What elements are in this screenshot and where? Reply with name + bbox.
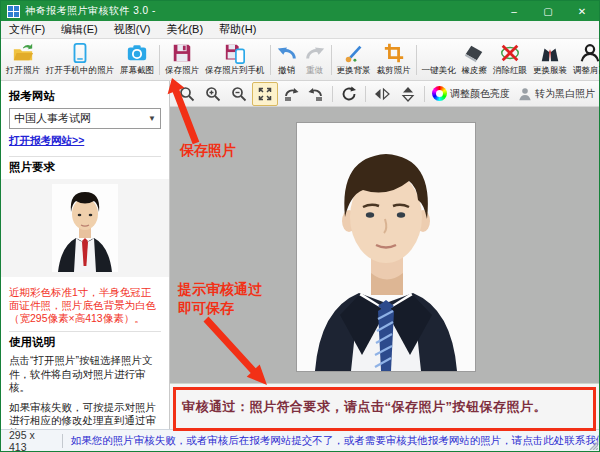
redo-icon (304, 42, 326, 64)
sample-photo-box (1, 179, 169, 277)
review-pass-message: 审核通过：照片符合要求，请点击“保存照片”按钮保存照片。 (170, 398, 547, 416)
to-grayscale-button[interactable]: 转为黑白照片 (514, 83, 599, 105)
shoulder-height-icon (579, 42, 600, 64)
content-area: 报考网站 中国人事考试网 ▼ 打开报考网站>> 照片要求 (1, 81, 599, 429)
save-to-phone-icon (224, 42, 246, 64)
site-section-header: 报考网站 (9, 89, 161, 104)
photo-dimensions: 295 x 413 (1, 429, 62, 452)
save-photo-button[interactable]: 保存照片 (162, 40, 202, 80)
zoom-in-icon (205, 86, 221, 102)
screenshot-icon (126, 42, 148, 64)
photo-canvas[interactable] (170, 107, 599, 383)
shoulder-height-button[interactable]: 调整肩高 (570, 40, 600, 80)
toolbar-label: 打开手机中的照片 (46, 65, 114, 77)
flip-vertical-icon (400, 86, 416, 102)
remove-redeye-button[interactable]: 消除红眼 (490, 40, 530, 80)
person-icon (518, 87, 532, 101)
instruction-paragraph: 点击“打开照片”按钮选择照片文件，软件将自动对照片进行审核。 (9, 354, 161, 393)
rotate-free-button[interactable] (336, 82, 362, 106)
instruction-paragraph: 如果审核失败，可按提示对照片进行相应的修改处理直到通过审核。 (9, 401, 161, 429)
rotate-right-button[interactable] (303, 82, 329, 106)
requirements-header: 照片要求 (9, 160, 161, 175)
toolbar-label: 一键美化 (422, 65, 456, 77)
beautify-button[interactable]: 一键美化 (419, 40, 459, 80)
toolbar-label: 保存照片 (165, 65, 199, 77)
toolbar-label: 更换背景 (337, 65, 371, 77)
flip-vertical-button[interactable] (395, 82, 421, 106)
toolbar-label: 裁剪照片 (377, 65, 411, 77)
rotate-left-button[interactable] (278, 82, 304, 106)
color-wheel-icon (432, 86, 447, 101)
toolbar-separator (331, 45, 332, 75)
screenshot-button[interactable]: 屏幕截图 (117, 40, 157, 80)
maximize-button[interactable]: ▢ (531, 1, 565, 21)
beautify-icon (428, 42, 450, 64)
zoom-tool-icon (179, 86, 195, 102)
status-bar: 295 x 413 如果您的照片审核失败，或者审核后在报考网站提交不了，或者需要… (1, 429, 599, 451)
toolbar-separator (332, 86, 333, 102)
divider (9, 156, 161, 157)
zoom-tool-button[interactable] (174, 82, 200, 106)
title-bar: 神奇报考照片审核软件 3.0 - – ▢ ✕ (1, 1, 599, 21)
toolbar-separator (424, 86, 425, 102)
toolbar-label: 调整肩高 (573, 65, 600, 77)
undo-icon (276, 42, 298, 64)
fit-window-button[interactable] (252, 82, 278, 106)
view-toolbar: 调整颜色亮度 转为黑白照片 (170, 81, 599, 107)
save-photo-icon (171, 42, 193, 64)
menu-bar: 文件(F) 编辑(E) 视图(V) 美化(B) 帮助(H) (1, 21, 599, 39)
toolbar-separator (416, 45, 417, 75)
menu-edit[interactable]: 编辑(E) (53, 21, 106, 38)
toolbar-separator (365, 86, 366, 102)
sidebar: 报考网站 中国人事考试网 ▼ 打开报考网站>> 照片要求 (1, 81, 170, 429)
flip-horizontal-icon (374, 86, 390, 102)
toolbar-label: 橡皮擦 (462, 65, 488, 77)
menu-beautify[interactable]: 美化(B) (158, 21, 211, 38)
menu-file[interactable]: 文件(F) (1, 21, 53, 38)
save-to-phone-button[interactable]: 保存照片到手机 (202, 40, 268, 80)
redo-button[interactable]: 重做 (301, 40, 329, 80)
undo-button[interactable]: 撤销 (273, 40, 301, 80)
app-window: 神奇报考照片审核软件 3.0 - – ▢ ✕ 文件(F) 编辑(E) 视图(V)… (0, 0, 600, 452)
close-button[interactable]: ✕ (565, 1, 599, 21)
site-select[interactable]: 中国人事考试网 ▼ (9, 108, 161, 129)
minimize-button[interactable]: – (497, 1, 531, 21)
toolbar-label: 打开照片 (6, 65, 40, 77)
change-background-icon (343, 42, 365, 64)
eraser-button[interactable]: 橡皮擦 (459, 40, 491, 80)
open-site-link[interactable]: 打开报考网站>> (9, 134, 84, 148)
change-background-button[interactable]: 更换背景 (334, 40, 374, 80)
open-phone-photo-button[interactable]: 打开手机中的照片 (43, 40, 117, 80)
resize-grip-icon[interactable] (588, 440, 598, 450)
chevron-down-icon: ▼ (148, 114, 156, 123)
open-photo-icon (12, 42, 34, 64)
zoom-out-button[interactable] (226, 82, 252, 106)
contact-link[interactable]: 如果您的照片审核失败，或者审核后在报考网站提交不了，或者需要审核其他报考网站的照… (63, 434, 599, 448)
crop-icon (383, 42, 405, 64)
menu-help[interactable]: 帮助(H) (211, 21, 264, 38)
adjust-color-label: 调整颜色亮度 (450, 87, 510, 101)
status-message-panel: 审核通过：照片符合要求，请点击“保存照片”按钮保存照片。 (170, 383, 599, 429)
crop-button[interactable]: 裁剪照片 (374, 40, 414, 80)
flip-horizontal-button[interactable] (369, 82, 395, 106)
open-photo-button[interactable]: 打开照片 (3, 40, 43, 80)
change-clothes-button[interactable]: 更换服装 (530, 40, 570, 80)
change-clothes-icon (539, 42, 561, 64)
site-select-value: 中国人事考试网 (14, 111, 91, 126)
main-column: 调整颜色亮度 转为黑白照片 (170, 81, 599, 429)
toolbar-separator (159, 45, 160, 75)
main-toolbar: 打开照片 打开手机中的照片 屏幕截图 保存照片 保存照片到手机 撤销 重做 (1, 39, 599, 81)
to-grayscale-label: 转为黑白照片 (535, 87, 595, 101)
photo-requirement-text: 近期彩色标准1寸，半身免冠正面证件照，照片底色背景为白色（宽295像素×高413… (9, 286, 161, 325)
rotate-right-icon (308, 86, 324, 102)
window-title: 神奇报考照片审核软件 3.0 - (25, 4, 497, 18)
toolbar-label: 保存照片到手机 (205, 65, 265, 77)
rotate-free-icon (341, 86, 357, 102)
zoom-in-button[interactable] (200, 82, 226, 106)
open-phone-photo-icon (69, 42, 91, 64)
eraser-icon (463, 42, 485, 64)
toolbar-label: 重做 (306, 65, 323, 77)
toolbar-label: 更换服装 (533, 65, 567, 77)
adjust-color-button[interactable]: 调整颜色亮度 (428, 83, 514, 105)
menu-view[interactable]: 视图(V) (106, 21, 159, 38)
